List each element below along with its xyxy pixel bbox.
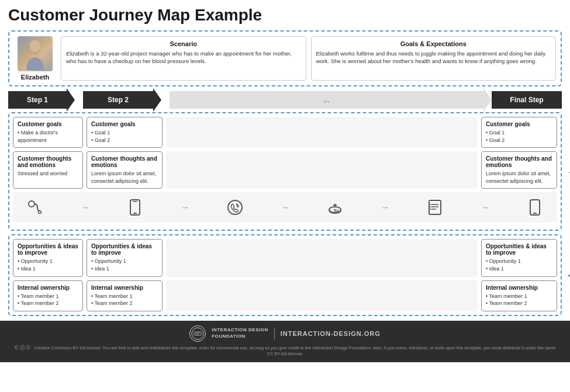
top-section: Elizabeth Scenario Elizabeth is a 32-yea…	[8, 30, 562, 86]
scenario-box: Scenario Elizabeth is a 32-year-old proj…	[61, 36, 306, 81]
arrow-5-icon: →	[481, 203, 489, 212]
phone-call-icon	[224, 197, 246, 218]
step2-ownership-col: Internal ownership Team member 1 Team me…	[87, 280, 163, 311]
arrow-1-icon: →	[81, 203, 89, 212]
footer-url: INTERACTION-DESIGN.ORG	[281, 330, 381, 337]
arrow-2-icon: →	[181, 203, 189, 212]
step2-emotions-text: Lorem ipsum dolor sit amet, consectet ad…	[91, 170, 158, 185]
step1-emotions-header: Customer thoughts and emotions	[18, 155, 78, 168]
final-opps-box: Opportunities & ideas to improve Opportu…	[481, 239, 557, 276]
document-icon	[424, 197, 445, 218]
final-goals-col: Customer goals Goal 1 Goal 2	[481, 117, 557, 148]
step2-opp-1: Opportunity 1	[91, 258, 158, 265]
footer-brand-line1: INTERACTION DESIGN	[212, 327, 268, 333]
final-goals-box: Customer goals Goal 1 Goal 2	[481, 117, 557, 148]
step2-ownership-header: Internal ownership	[91, 285, 158, 291]
step2-opps-box: Opportunities & ideas to improve Opportu…	[87, 239, 163, 276]
persona-silhouette	[23, 38, 47, 70]
svg-point-3	[39, 211, 42, 214]
arrow-4-icon: →	[381, 203, 389, 212]
step1-opp-1: Opportunity 1	[18, 258, 78, 265]
svg-point-1	[30, 40, 40, 52]
svg-point-2	[29, 201, 34, 207]
final-emotions-box: Customer thoughts and emotions Lorem ips…	[481, 151, 557, 189]
step1-opps-header: Opportunities & ideas to improve	[18, 243, 78, 256]
step2-goals-col: Customer goals Goal 1 Goal 2	[87, 117, 163, 148]
step1-goals-box: Customer goals Make a doctor's appointme…	[13, 117, 83, 148]
license-text: Creative Commons BY-SA license: You are …	[34, 345, 555, 357]
step2-member-2: Team member 2	[91, 300, 158, 307]
final-opps-header: Opportunities & ideas to improve	[486, 243, 552, 256]
final-opps-col: Opportunities & ideas to improve Opportu…	[481, 239, 557, 276]
footer: INTERACTION DESIGN FOUNDATION INTERACTIO…	[0, 321, 570, 362]
svg-point-16	[430, 209, 431, 210]
final-goal-1: Goal 1	[486, 129, 552, 137]
persona-name: Elizabeth	[21, 74, 49, 81]
goals-box: Goals & Expectations Elizabeth works ful…	[311, 36, 557, 81]
step-final: Final Step	[492, 91, 562, 109]
persona-box: Elizabeth	[14, 36, 56, 81]
step1-idea-1: Idea 1	[18, 265, 78, 273]
step-dots: ...	[170, 91, 483, 109]
svg-rect-20	[194, 332, 201, 335]
final-member-2: Team member 2	[486, 300, 552, 307]
bottom-gap-opps	[166, 239, 478, 276]
goals-text: Elizabeth works fulltime and thus needs …	[316, 50, 551, 65]
step2-goals-box: Customer goals Goal 1 Goal 2	[87, 117, 163, 148]
page-title: Customer Journey Map Example	[8, 6, 562, 25]
goals-title: Goals & Expectations	[316, 40, 551, 47]
step1-goals-col: Customer goals Make a doctor's appointme…	[13, 117, 83, 148]
svg-point-14	[430, 204, 431, 205]
final-ownership-box: Internal ownership Team member 1 Team me…	[481, 280, 557, 311]
icons-row: → → →	[13, 192, 557, 223]
step-1-arrow	[67, 88, 75, 112]
step2-goal-2: Goal 2	[91, 137, 158, 144]
step2-member-1: Team member 1	[91, 293, 158, 300]
final-ownership-header: Internal ownership	[486, 285, 552, 291]
step1-emotions-box: Customer thoughts and emotions Stressed …	[13, 151, 83, 189]
stethoscope-icon	[25, 197, 46, 218]
bottom-label: ◄ Bottom	[566, 272, 570, 279]
footer-brand-line2: FOUNDATION	[212, 334, 268, 339]
middle-gap-goals	[166, 117, 478, 148]
svg-point-19	[192, 328, 203, 339]
step2-idea-1: Idea 1	[91, 265, 158, 273]
step2-emotions-col: Customer thoughts and emotions Lorem ips…	[87, 151, 163, 189]
bottom-section: ◄ Bottom Opportunities & ideas to improv…	[8, 234, 562, 315]
phone-icon	[125, 197, 146, 218]
middle-label: ◄ Middle	[568, 168, 570, 175]
step1-ownership-header: Internal ownership	[18, 285, 78, 291]
persona-image	[18, 36, 53, 71]
footer-divider	[274, 328, 275, 339]
scenario-title: Scenario	[66, 40, 301, 47]
final-idea-1: Idea 1	[486, 265, 552, 273]
step1-goals-header: Customer goals	[18, 121, 78, 127]
arrow-3-icon: →	[281, 203, 289, 212]
opportunities-row: Opportunities & ideas to improve Opportu…	[13, 239, 557, 276]
step-2-arrow	[153, 88, 161, 112]
steps-row: Step 1 Step 2 ... Final Step	[8, 91, 562, 109]
svg-rect-6	[133, 201, 137, 202]
final-member-1: Team member 1	[486, 293, 552, 300]
footer-license: © ⓒ © Creative Commons BY-SA license: Yo…	[12, 344, 558, 358]
step2-emotions-box: Customer thoughts and emotions Lorem ips…	[87, 151, 163, 189]
footer-logo-row: INTERACTION DESIGN FOUNDATION INTERACTIO…	[189, 325, 381, 342]
step1-ownership-box: Internal ownership Team member 1 Team me…	[13, 280, 83, 311]
step2-opps-col: Opportunities & ideas to improve Opportu…	[87, 239, 163, 276]
step2-emotions-header: Customer thoughts and emotions	[91, 155, 158, 168]
mortar-icon: Rx	[324, 197, 346, 218]
emotions-content-row: Customer thoughts and emotions Stressed …	[13, 151, 557, 189]
svg-rect-10	[429, 200, 441, 214]
step1-opps-col: Opportunities & ideas to improve Opportu…	[13, 239, 83, 276]
svg-text:Rx: Rx	[334, 209, 339, 213]
svg-rect-5	[133, 213, 137, 214]
final-ownership-col: Internal ownership Team member 1 Team me…	[481, 280, 557, 311]
final-emotions-col: Customer thoughts and emotions Lorem ips…	[481, 151, 557, 189]
step2-goal-1: Goal 1	[91, 129, 158, 137]
final-goal-2: Goal 2	[486, 137, 552, 144]
footer-logo	[189, 325, 206, 342]
goals-content-row: Customer goals Make a doctor's appointme…	[13, 117, 557, 148]
scenario-text: Elizabeth is a 32-year-old project manag…	[66, 50, 301, 65]
phone-2-icon	[524, 197, 545, 218]
step-2: Step 2	[83, 91, 153, 109]
